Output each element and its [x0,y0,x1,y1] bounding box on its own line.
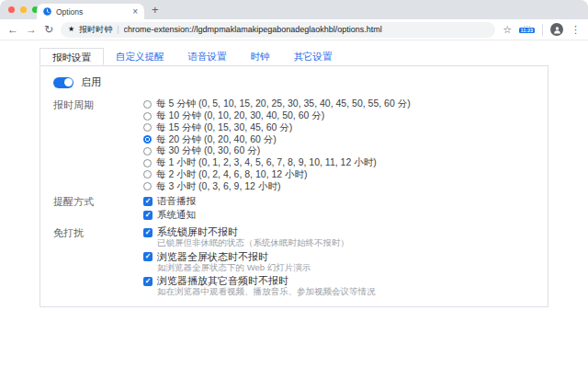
radio-unchecked-icon[interactable] [143,182,152,190]
period-option-0[interactable]: 每 5 分钟 (0, 5, 10, 15, 20, 25, 30, 35, 40… [143,98,411,110]
forward-icon[interactable]: → [26,24,37,35]
settings-tab-4[interactable]: 其它设置 [282,48,345,65]
browser-toolbar: ← → ↻ ★ 报时时钟 | chrome-extension://lgdmpm… [0,19,588,40]
omnibox-separator: | [117,25,119,34]
notify-section-label: 提醒方式 [53,195,143,208]
toolbar-divider [542,24,543,36]
radio-unchecked-icon[interactable] [143,147,152,155]
window-controls [8,6,39,13]
settings-tab-2[interactable]: 语音设置 [176,48,239,65]
profile-avatar[interactable] [550,23,563,36]
settings-panel: 启用 报时周期 每 5 分钟 (0, 5, 10, 15, 20, 25, 30… [40,66,548,307]
period-option-2[interactable]: 每 15 分钟 (0, 15, 30, 45, 60 分) [143,122,411,134]
settings-tab-1[interactable]: 自定义提醒 [104,48,176,65]
checkbox-checked-icon[interactable]: ✓ [143,252,153,261]
settings-tab-0[interactable]: 报时设置 [40,48,104,65]
enable-row: 启用 [53,76,535,88]
dnd-option-desc: 如浏览器全屏状态下的 Web 幻灯片演示 [157,263,376,273]
reload-icon[interactable]: ↻ [44,24,53,35]
notify-option-label: 系统通知 [157,209,196,222]
window-minimize-button[interactable] [20,6,27,13]
radio-unchecked-icon[interactable] [143,159,152,167]
dnd-section: 免打扰 ✓系统锁屏时不报时已锁屏但非休眠的状态（系统休眠时始终不报时）✓浏览器全… [53,226,535,300]
checkbox-checked-icon[interactable]: ✓ [143,277,153,286]
bookmark-star-icon[interactable]: ☆ [503,25,512,35]
settings-card: 报时设置自定义提醒语音设置时钟其它设置 启用 报时周期 每 5 分钟 (0, 5… [40,48,548,307]
browser-tab-title: Options [56,7,128,17]
person-icon [553,26,561,34]
tab-close-icon[interactable]: × [132,7,138,17]
toggle-knob [64,78,73,86]
options-page: 报时设置自定义提醒语音设置时钟其它设置 启用 报时周期 每 5 分钟 (0, 5… [0,40,588,307]
dnd-options: ✓系统锁屏时不报时已锁屏但非休眠的状态（系统休眠时始终不报时）✓浏览器全屏状态时… [143,226,376,300]
notify-options: ✓语音播报✓系统通知 [143,195,196,222]
dnd-option-desc: 如在浏览器中观看视频、播放音乐、参加视频会议等情况 [157,287,376,297]
period-section: 报时周期 每 5 分钟 (0, 5, 10, 15, 20, 25, 30, 3… [53,98,535,192]
checkbox-checked-icon[interactable]: ✓ [143,228,153,237]
omnibox-extension-name: 报时时钟 [79,24,112,36]
period-section-label: 报时周期 [53,98,143,111]
extension-clock-icon[interactable]: 11:23 [519,26,535,34]
period-option-1[interactable]: 每 10 分钟 (0, 10, 20, 30, 40, 50, 60 分) [143,110,411,122]
radio-unchecked-icon[interactable] [143,123,152,132]
settings-tab-3[interactable]: 时钟 [239,48,282,65]
period-option-4[interactable]: 每 30 分钟 (0, 30, 60 分) [143,145,411,157]
dnd-option-0: ✓系统锁屏时不报时已锁屏但非休眠的状态（系统休眠时始终不报时） [143,226,376,248]
browser-menu-icon[interactable]: ⋮ [571,25,581,35]
period-options: 每 5 分钟 (0, 5, 10, 15, 20, 25, 30, 35, 40… [143,98,411,192]
window-close-button[interactable] [8,6,15,13]
dnd-option-1: ✓浏览器全屏状态时不报时如浏览器全屏状态下的 Web 幻灯片演示 [143,251,376,273]
radio-unchecked-icon[interactable] [143,112,152,121]
browser-tab-options[interactable]: Options × [37,4,144,19]
period-option-5[interactable]: 每 1 小时 (0, 1, 2, 3, 4, 5, 6, 7, 8, 9, 10… [143,157,411,169]
dnd-option-2: ✓浏览器播放其它音频时不报时如在浏览器中观看视频、播放音乐、参加视频会议等情况 [143,275,376,297]
address-bar[interactable]: ★ 报时时钟 | chrome-extension://lgdmpmaklama… [61,22,495,38]
site-icon: ★ [68,26,74,33]
checkbox-checked-icon[interactable]: ✓ [143,211,153,220]
browser-window: Options × + ← → ↻ ★ 报时时钟 | chrome-extens… [0,0,588,307]
period-option-6[interactable]: 每 2 小时 (0, 2, 4, 6, 8, 10, 12 小时) [143,169,411,181]
dnd-section-label: 免打扰 [53,226,143,239]
period-option-3[interactable]: 每 20 分钟 (0, 20, 40, 60 分) [143,133,411,145]
radio-checked-icon[interactable] [143,135,152,144]
notify-option-0[interactable]: ✓语音播报 [143,195,196,209]
period-option-label: 每 3 小时 (0, 3, 6, 9, 12 小时) [156,180,280,193]
browser-tabstrip: Options × + [0,0,588,19]
extension-badge-time: 11:23 [519,28,535,33]
period-option-7[interactable]: 每 3 小时 (0, 3, 6, 9, 12 小时) [143,180,411,192]
omnibox-url: chrome-extension://lgdmpmaklamakipegabon… [124,25,489,34]
notify-section: 提醒方式 ✓语音播报✓系统通知 [53,195,535,222]
clock-tower-dots [524,26,531,28]
radio-unchecked-icon[interactable] [143,170,152,178]
back-icon[interactable]: ← [7,24,18,35]
notify-option-label: 语音播报 [157,195,196,208]
enable-toggle[interactable] [53,77,74,88]
settings-tabs: 报时设置自定义提醒语音设置时钟其它设置 [40,48,548,66]
dnd-option-row-1[interactable]: ✓浏览器全屏状态时不报时 [143,251,376,263]
extension-favicon-icon [43,7,51,16]
radio-unchecked-icon[interactable] [143,100,152,109]
new-tab-icon[interactable]: + [152,3,159,17]
dnd-option-desc: 已锁屏但非休眠的状态（系统休眠时始终不报时） [157,238,376,248]
enable-label: 启用 [81,75,101,89]
notify-option-1[interactable]: ✓系统通知 [143,209,196,223]
checkbox-checked-icon[interactable]: ✓ [143,197,153,206]
